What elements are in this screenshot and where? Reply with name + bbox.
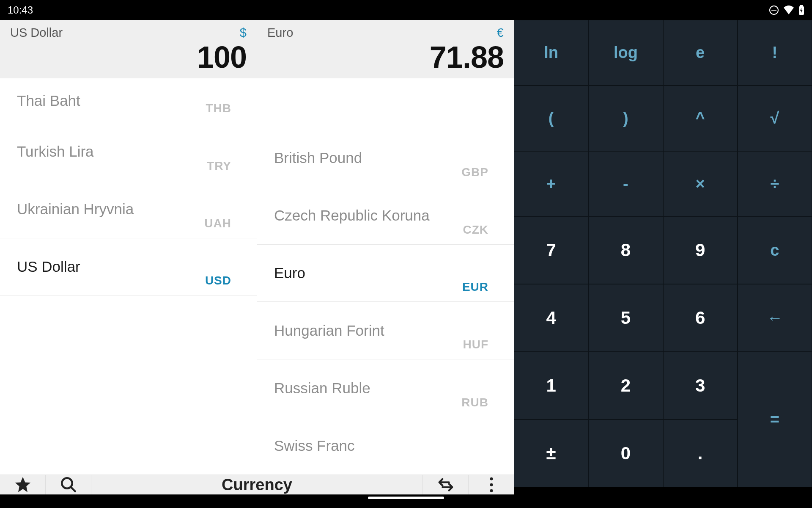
key-factorial[interactable]: ! <box>738 20 812 86</box>
keypad: ln log e ! ( ) ^ √ + - × ÷ 7 8 9 c 4 5 6… <box>514 20 812 487</box>
currency-lists: Thai BahtTHBTurkish LiraTRYUkrainian Hry… <box>0 78 514 475</box>
currency-item-usd[interactable]: US DollarUSD <box>0 238 257 295</box>
star-icon <box>14 475 32 494</box>
battery-icon <box>798 5 804 15</box>
currency-name: Swiss Franc <box>274 437 497 454</box>
currency-code: GBP <box>461 166 488 179</box>
currency-code: USD <box>205 274 231 287</box>
status-time: 10:43 <box>8 4 769 16</box>
svg-point-6 <box>490 478 493 480</box>
key-lparen[interactable]: ( <box>514 86 588 151</box>
swap-icon <box>436 475 455 494</box>
currency-code: UAH <box>204 217 231 230</box>
favorite-button[interactable] <box>0 475 46 494</box>
to-value: 71.88 <box>267 40 504 75</box>
key-clear[interactable]: c <box>738 217 812 284</box>
currency-item-huf[interactable]: Hungarian ForintHUF <box>257 302 514 359</box>
currency-item-right-5[interactable]: Swiss Franc <box>257 417 514 475</box>
search-button[interactable] <box>46 475 91 494</box>
currency-code: CZK <box>463 223 488 237</box>
more-button[interactable] <box>468 475 514 494</box>
currency-item-gbp[interactable]: British PoundGBP <box>257 129 514 187</box>
currency-name: Czech Republic Koruna <box>274 207 497 224</box>
key-8[interactable]: 8 <box>588 217 663 284</box>
key-5[interactable]: 5 <box>588 284 663 352</box>
conversion-headers: US Dollar $ 100 Euro € 71.88 <box>0 20 514 78</box>
currency-code: RUB <box>461 396 488 409</box>
key-rparen[interactable]: ) <box>588 86 663 151</box>
key-log[interactable]: log <box>588 20 663 86</box>
key-2[interactable]: 2 <box>588 352 663 420</box>
to-header[interactable]: Euro € 71.88 <box>257 20 514 78</box>
key-divide[interactable]: ÷ <box>738 151 812 217</box>
status-icons <box>769 5 804 15</box>
currency-code: HUF <box>463 338 488 351</box>
key-decimal[interactable]: . <box>663 420 738 487</box>
key-ln[interactable]: ln <box>514 20 588 86</box>
key-3[interactable]: 3 <box>663 352 738 420</box>
svg-line-5 <box>71 487 75 491</box>
key-power[interactable]: ^ <box>663 86 738 151</box>
key-9[interactable]: 9 <box>663 217 738 284</box>
from-value: 100 <box>10 40 247 75</box>
currency-item-rub[interactable]: Russian RubleRUB <box>257 359 514 417</box>
svg-rect-3 <box>800 5 803 6</box>
dnd-icon <box>769 5 779 15</box>
currency-code: EUR <box>462 280 488 294</box>
toolbar-title: Currency <box>91 476 422 494</box>
conversion-panel: US Dollar $ 100 Euro € 71.88 Thai BahtTH… <box>0 20 514 487</box>
key-multiply[interactable]: × <box>663 151 738 217</box>
key-0[interactable]: 0 <box>588 420 663 487</box>
key-4[interactable]: 4 <box>514 284 588 352</box>
status-bar: 10:43 <box>0 0 812 20</box>
key-e[interactable]: e <box>663 20 738 86</box>
currency-item-eur[interactable]: EuroEUR <box>257 244 514 302</box>
currency-code: TRY <box>207 159 231 173</box>
to-currency-list[interactable]: British PoundGBPCzech Republic KorunaCZK… <box>257 78 514 475</box>
key-plusminus[interactable]: ± <box>514 420 588 487</box>
key-plus[interactable]: + <box>514 151 588 217</box>
currency-name: US Dollar <box>17 258 240 275</box>
key-7[interactable]: 7 <box>514 217 588 284</box>
swap-button[interactable] <box>422 475 468 494</box>
to-currency-symbol: € <box>497 26 504 40</box>
from-currency-symbol: $ <box>240 26 247 40</box>
more-icon <box>489 477 494 493</box>
currency-item-thb[interactable]: Thai BahtTHB <box>0 78 257 123</box>
nav-handle-icon <box>368 497 444 499</box>
from-currency-list[interactable]: Thai BahtTHBTurkish LiraTRYUkrainian Hry… <box>0 78 257 475</box>
key-backspace[interactable]: ← <box>738 284 812 352</box>
key-equals[interactable]: = <box>738 352 812 487</box>
currency-item-try[interactable]: Turkish LiraTRY <box>0 123 257 180</box>
currency-name: Euro <box>274 265 497 282</box>
currency-code: THB <box>206 102 231 115</box>
from-currency-label: US Dollar <box>10 26 247 40</box>
currency-name: Ukrainian Hryvnia <box>17 201 240 218</box>
currency-item-czk[interactable]: Czech Republic KorunaCZK <box>257 187 514 244</box>
key-6[interactable]: 6 <box>663 284 738 352</box>
toolbar: Currency <box>0 475 514 494</box>
svg-point-8 <box>490 489 493 492</box>
currency-name: Russian Ruble <box>274 380 497 397</box>
to-currency-label: Euro <box>267 26 504 40</box>
from-header[interactable]: US Dollar $ 100 <box>0 20 257 78</box>
key-sqrt[interactable]: √ <box>738 86 812 151</box>
currency-item-uah[interactable]: Ukrainian HryvniaUAH <box>0 180 257 238</box>
search-icon <box>60 476 77 494</box>
currency-name: British Pound <box>274 149 497 166</box>
key-minus[interactable]: - <box>588 151 663 217</box>
wifi-icon <box>783 6 794 15</box>
key-1[interactable]: 1 <box>514 352 588 420</box>
currency-name: Turkish Lira <box>17 143 240 160</box>
svg-point-7 <box>490 483 493 486</box>
currency-name: Hungarian Forint <box>274 322 497 339</box>
